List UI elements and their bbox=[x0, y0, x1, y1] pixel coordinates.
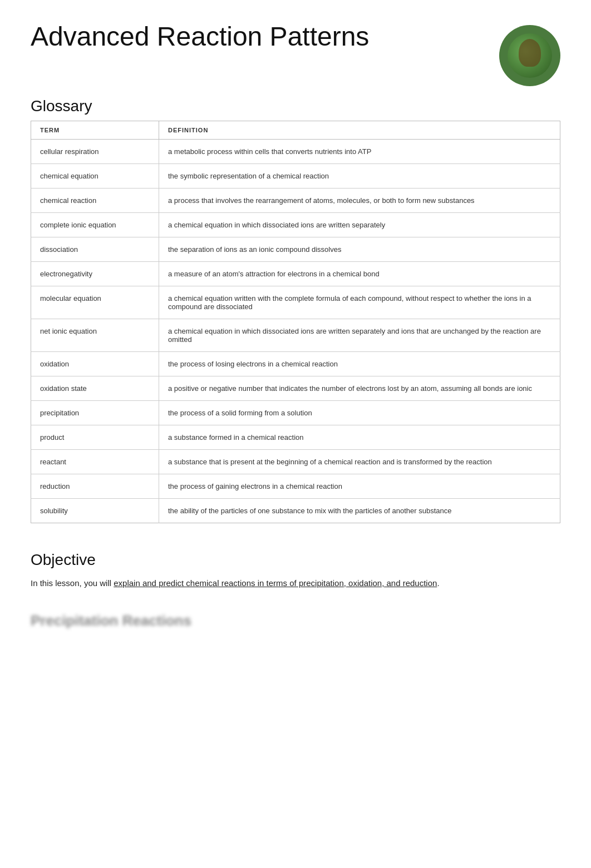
glossary-title: Glossary bbox=[31, 97, 560, 115]
objective-text: In this lesson, you will explain and pre… bbox=[31, 577, 560, 590]
definition-cell: the process of gaining electrons in a ch… bbox=[159, 474, 560, 499]
term-cell: reactant bbox=[31, 450, 159, 474]
col-header-term: TERM bbox=[31, 121, 159, 140]
definition-cell: a positive or negative number that indic… bbox=[159, 376, 560, 401]
table-row: complete ionic equationa chemical equati… bbox=[31, 213, 560, 237]
table-row: oxidationthe process of losing electrons… bbox=[31, 352, 560, 376]
term-cell: reduction bbox=[31, 474, 159, 499]
table-row: reactanta substance that is present at t… bbox=[31, 450, 560, 474]
table-row: dissociationthe separation of ions as an… bbox=[31, 237, 560, 262]
definition-cell: the symbolic representation of a chemica… bbox=[159, 164, 560, 189]
term-cell: product bbox=[31, 425, 159, 450]
term-cell: complete ionic equation bbox=[31, 213, 159, 237]
definition-cell: a chemical equation in which dissociated… bbox=[159, 213, 560, 237]
objective-text-underlined: explain and predict chemical reactions i… bbox=[114, 578, 437, 588]
term-cell: chemical equation bbox=[31, 164, 159, 189]
definition-cell: a substance that is present at the begin… bbox=[159, 450, 560, 474]
col-header-definition: DEFINITION bbox=[159, 121, 560, 140]
definition-cell: the separation of ions as an ionic compo… bbox=[159, 237, 560, 262]
definition-cell: the process of losing electrons in a che… bbox=[159, 352, 560, 376]
avatar bbox=[499, 25, 560, 86]
table-row: producta substance formed in a chemical … bbox=[31, 425, 560, 450]
definition-cell: a substance formed in a chemical reactio… bbox=[159, 425, 560, 450]
definition-cell: a metabolic process within cells that co… bbox=[159, 140, 560, 164]
definition-cell: a chemical equation in which dissociated… bbox=[159, 319, 560, 352]
table-row: solubilitythe ability of the particles o… bbox=[31, 499, 560, 523]
table-row: cellular respirationa metabolic process … bbox=[31, 140, 560, 164]
glossary-table: TERM DEFINITION cellular respirationa me… bbox=[31, 121, 560, 523]
term-cell: oxidation state bbox=[31, 376, 159, 401]
term-cell: precipitation bbox=[31, 401, 159, 425]
table-row: oxidation statea positive or negative nu… bbox=[31, 376, 560, 401]
objective-text-after: . bbox=[437, 578, 439, 588]
objective-text-before: In this lesson, you will bbox=[31, 578, 114, 588]
term-cell: solubility bbox=[31, 499, 159, 523]
table-row: electronegativitya measure of an atom's … bbox=[31, 262, 560, 286]
term-cell: oxidation bbox=[31, 352, 159, 376]
table-row: molecular equationa chemical equation wr… bbox=[31, 286, 560, 319]
table-row: net ionic equationa chemical equation in… bbox=[31, 319, 560, 352]
term-cell: dissociation bbox=[31, 237, 159, 262]
avatar-inner bbox=[508, 33, 552, 78]
page-title: Advanced Reaction Patterns bbox=[31, 22, 369, 52]
definition-cell: the ability of the particles of one subs… bbox=[159, 499, 560, 523]
definition-cell: a measure of an atom's attraction for el… bbox=[159, 262, 560, 286]
term-cell: net ionic equation bbox=[31, 319, 159, 352]
term-cell: chemical reaction bbox=[31, 189, 159, 213]
term-cell: cellular respiration bbox=[31, 140, 159, 164]
objective-title: Objective bbox=[31, 551, 560, 569]
table-row: precipitationthe process of a solid form… bbox=[31, 401, 560, 425]
blurred-section: Precipitation Reactions bbox=[31, 612, 198, 629]
table-row: chemical reactiona process that involves… bbox=[31, 189, 560, 213]
table-row: reductionthe process of gaining electron… bbox=[31, 474, 560, 499]
table-row: chemical equationthe symbolic representa… bbox=[31, 164, 560, 189]
definition-cell: a process that involves the rearrangemen… bbox=[159, 189, 560, 213]
definition-cell: the process of a solid forming from a so… bbox=[159, 401, 560, 425]
header-area: Advanced Reaction Patterns bbox=[31, 22, 560, 86]
term-cell: electronegativity bbox=[31, 262, 159, 286]
term-cell: molecular equation bbox=[31, 286, 159, 319]
avatar-decoration bbox=[519, 39, 541, 67]
objective-section: Objective In this lesson, you will expla… bbox=[31, 551, 560, 590]
definition-cell: a chemical equation written with the com… bbox=[159, 286, 560, 319]
